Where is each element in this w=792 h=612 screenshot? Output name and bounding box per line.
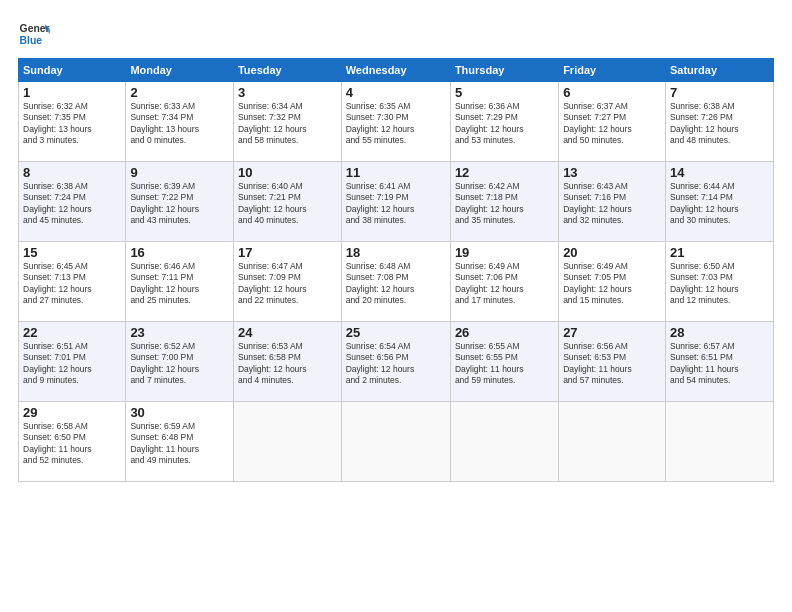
calendar-day-cell: 23Sunrise: 6:52 AMSunset: 7:00 PMDayligh…	[126, 322, 234, 402]
day-number: 23	[130, 325, 229, 340]
day-info: Sunrise: 6:35 AMSunset: 7:30 PMDaylight:…	[346, 101, 446, 147]
day-info: Sunrise: 6:47 AMSunset: 7:09 PMDaylight:…	[238, 261, 337, 307]
day-number: 2	[130, 85, 229, 100]
calendar-day-cell: 11Sunrise: 6:41 AMSunset: 7:19 PMDayligh…	[341, 162, 450, 242]
calendar-day-cell: 26Sunrise: 6:55 AMSunset: 6:55 PMDayligh…	[450, 322, 558, 402]
calendar-day-cell: 1Sunrise: 6:32 AMSunset: 7:35 PMDaylight…	[19, 82, 126, 162]
day-number: 10	[238, 165, 337, 180]
day-info: Sunrise: 6:32 AMSunset: 7:35 PMDaylight:…	[23, 101, 121, 147]
day-number: 29	[23, 405, 121, 420]
day-number: 28	[670, 325, 769, 340]
calendar-week-row: 1Sunrise: 6:32 AMSunset: 7:35 PMDaylight…	[19, 82, 774, 162]
calendar-weekday-header: Monday	[126, 59, 234, 82]
day-number: 5	[455, 85, 554, 100]
calendar-day-cell: 22Sunrise: 6:51 AMSunset: 7:01 PMDayligh…	[19, 322, 126, 402]
calendar-day-cell: 8Sunrise: 6:38 AMSunset: 7:24 PMDaylight…	[19, 162, 126, 242]
day-info: Sunrise: 6:51 AMSunset: 7:01 PMDaylight:…	[23, 341, 121, 387]
day-number: 20	[563, 245, 661, 260]
header: General Blue	[18, 18, 774, 50]
day-number: 19	[455, 245, 554, 260]
day-number: 27	[563, 325, 661, 340]
calendar-day-cell: 4Sunrise: 6:35 AMSunset: 7:30 PMDaylight…	[341, 82, 450, 162]
calendar-day-cell	[233, 402, 341, 482]
day-info: Sunrise: 6:59 AMSunset: 6:48 PMDaylight:…	[130, 421, 229, 467]
calendar-day-cell	[665, 402, 773, 482]
day-info: Sunrise: 6:48 AMSunset: 7:08 PMDaylight:…	[346, 261, 446, 307]
day-info: Sunrise: 6:33 AMSunset: 7:34 PMDaylight:…	[130, 101, 229, 147]
calendar-day-cell: 29Sunrise: 6:58 AMSunset: 6:50 PMDayligh…	[19, 402, 126, 482]
calendar-week-row: 15Sunrise: 6:45 AMSunset: 7:13 PMDayligh…	[19, 242, 774, 322]
day-info: Sunrise: 6:39 AMSunset: 7:22 PMDaylight:…	[130, 181, 229, 227]
calendar-weekday-header: Thursday	[450, 59, 558, 82]
svg-text:Blue: Blue	[20, 35, 43, 46]
day-number: 12	[455, 165, 554, 180]
day-info: Sunrise: 6:40 AMSunset: 7:21 PMDaylight:…	[238, 181, 337, 227]
logo: General Blue	[18, 18, 50, 50]
day-info: Sunrise: 6:43 AMSunset: 7:16 PMDaylight:…	[563, 181, 661, 227]
day-info: Sunrise: 6:38 AMSunset: 7:24 PMDaylight:…	[23, 181, 121, 227]
day-info: Sunrise: 6:49 AMSunset: 7:06 PMDaylight:…	[455, 261, 554, 307]
day-number: 13	[563, 165, 661, 180]
day-number: 30	[130, 405, 229, 420]
day-number: 24	[238, 325, 337, 340]
calendar-day-cell: 17Sunrise: 6:47 AMSunset: 7:09 PMDayligh…	[233, 242, 341, 322]
day-number: 16	[130, 245, 229, 260]
calendar-day-cell: 28Sunrise: 6:57 AMSunset: 6:51 PMDayligh…	[665, 322, 773, 402]
calendar-day-cell: 20Sunrise: 6:49 AMSunset: 7:05 PMDayligh…	[559, 242, 666, 322]
day-info: Sunrise: 6:44 AMSunset: 7:14 PMDaylight:…	[670, 181, 769, 227]
calendar-weekday-header: Friday	[559, 59, 666, 82]
day-number: 15	[23, 245, 121, 260]
day-info: Sunrise: 6:53 AMSunset: 6:58 PMDaylight:…	[238, 341, 337, 387]
day-info: Sunrise: 6:57 AMSunset: 6:51 PMDaylight:…	[670, 341, 769, 387]
calendar-day-cell	[341, 402, 450, 482]
day-info: Sunrise: 6:45 AMSunset: 7:13 PMDaylight:…	[23, 261, 121, 307]
calendar-day-cell: 9Sunrise: 6:39 AMSunset: 7:22 PMDaylight…	[126, 162, 234, 242]
calendar-day-cell: 10Sunrise: 6:40 AMSunset: 7:21 PMDayligh…	[233, 162, 341, 242]
day-info: Sunrise: 6:55 AMSunset: 6:55 PMDaylight:…	[455, 341, 554, 387]
calendar-weekday-header: Tuesday	[233, 59, 341, 82]
day-number: 26	[455, 325, 554, 340]
calendar-day-cell: 21Sunrise: 6:50 AMSunset: 7:03 PMDayligh…	[665, 242, 773, 322]
calendar-week-row: 29Sunrise: 6:58 AMSunset: 6:50 PMDayligh…	[19, 402, 774, 482]
calendar-day-cell: 6Sunrise: 6:37 AMSunset: 7:27 PMDaylight…	[559, 82, 666, 162]
day-number: 21	[670, 245, 769, 260]
calendar-day-cell	[559, 402, 666, 482]
day-info: Sunrise: 6:46 AMSunset: 7:11 PMDaylight:…	[130, 261, 229, 307]
day-number: 3	[238, 85, 337, 100]
calendar-day-cell: 15Sunrise: 6:45 AMSunset: 7:13 PMDayligh…	[19, 242, 126, 322]
day-info: Sunrise: 6:36 AMSunset: 7:29 PMDaylight:…	[455, 101, 554, 147]
day-number: 11	[346, 165, 446, 180]
day-number: 18	[346, 245, 446, 260]
calendar-weekday-header: Saturday	[665, 59, 773, 82]
day-number: 9	[130, 165, 229, 180]
calendar-day-cell: 19Sunrise: 6:49 AMSunset: 7:06 PMDayligh…	[450, 242, 558, 322]
calendar-day-cell: 30Sunrise: 6:59 AMSunset: 6:48 PMDayligh…	[126, 402, 234, 482]
day-info: Sunrise: 6:52 AMSunset: 7:00 PMDaylight:…	[130, 341, 229, 387]
calendar-day-cell: 12Sunrise: 6:42 AMSunset: 7:18 PMDayligh…	[450, 162, 558, 242]
day-info: Sunrise: 6:42 AMSunset: 7:18 PMDaylight:…	[455, 181, 554, 227]
day-info: Sunrise: 6:49 AMSunset: 7:05 PMDaylight:…	[563, 261, 661, 307]
logo-icon: General Blue	[18, 18, 50, 50]
calendar-weekday-header: Wednesday	[341, 59, 450, 82]
calendar-day-cell: 27Sunrise: 6:56 AMSunset: 6:53 PMDayligh…	[559, 322, 666, 402]
calendar-day-cell: 16Sunrise: 6:46 AMSunset: 7:11 PMDayligh…	[126, 242, 234, 322]
calendar-day-cell: 2Sunrise: 6:33 AMSunset: 7:34 PMDaylight…	[126, 82, 234, 162]
day-info: Sunrise: 6:37 AMSunset: 7:27 PMDaylight:…	[563, 101, 661, 147]
day-info: Sunrise: 6:38 AMSunset: 7:26 PMDaylight:…	[670, 101, 769, 147]
day-number: 22	[23, 325, 121, 340]
calendar-week-row: 22Sunrise: 6:51 AMSunset: 7:01 PMDayligh…	[19, 322, 774, 402]
calendar-weekday-header: Sunday	[19, 59, 126, 82]
calendar-week-row: 8Sunrise: 6:38 AMSunset: 7:24 PMDaylight…	[19, 162, 774, 242]
day-number: 6	[563, 85, 661, 100]
calendar: SundayMondayTuesdayWednesdayThursdayFrid…	[18, 58, 774, 482]
day-number: 17	[238, 245, 337, 260]
day-info: Sunrise: 6:58 AMSunset: 6:50 PMDaylight:…	[23, 421, 121, 467]
day-number: 7	[670, 85, 769, 100]
page: General Blue SundayMondayTuesdayWednesda…	[0, 0, 792, 612]
day-number: 14	[670, 165, 769, 180]
day-info: Sunrise: 6:34 AMSunset: 7:32 PMDaylight:…	[238, 101, 337, 147]
calendar-day-cell: 13Sunrise: 6:43 AMSunset: 7:16 PMDayligh…	[559, 162, 666, 242]
day-info: Sunrise: 6:54 AMSunset: 6:56 PMDaylight:…	[346, 341, 446, 387]
calendar-day-cell: 5Sunrise: 6:36 AMSunset: 7:29 PMDaylight…	[450, 82, 558, 162]
day-number: 4	[346, 85, 446, 100]
